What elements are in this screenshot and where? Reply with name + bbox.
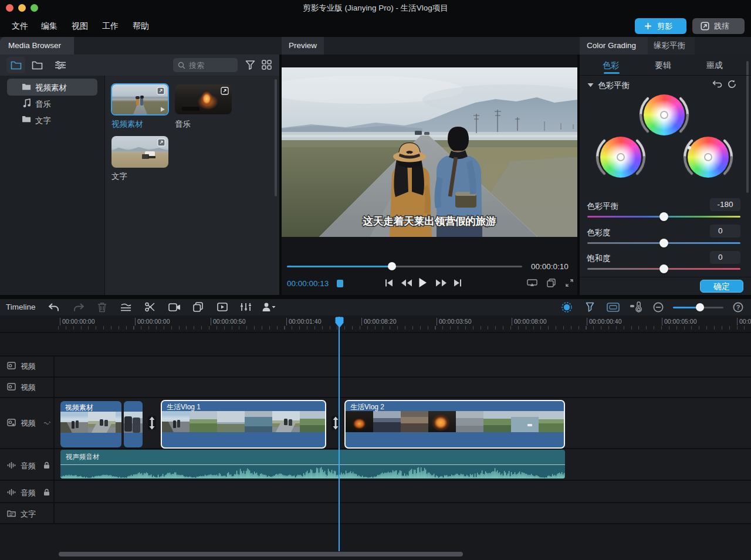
svg-text:这天走着天莱出领营假的旅游: 这天走着天莱出领营假的旅游	[363, 215, 496, 227]
svg-text:?: ?	[736, 304, 740, 311]
